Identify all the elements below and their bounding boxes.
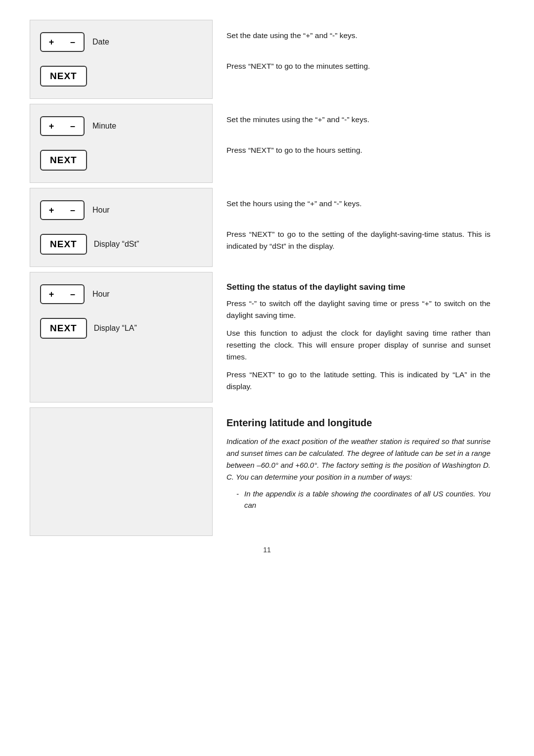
dst-left-panel: + – Hour NEXT Display “LA” [30, 272, 213, 402]
hour-label: Hour [92, 206, 110, 215]
dst-button-row: + – Hour [40, 284, 202, 304]
dst-para1: Press “-” to switch off the daylight sav… [226, 298, 490, 321]
date-plus-minus-pair: + – [40, 32, 85, 52]
page-container: + – Date NEXT Set the date using the “+”… [30, 20, 504, 554]
date-label: Date [92, 38, 109, 46]
minute-plus-button[interactable]: + [40, 116, 63, 136]
minute-label: Minute [92, 122, 116, 131]
hour-minus-button[interactable]: – [62, 200, 85, 220]
hour-right-panel: Set the hours using the “+” and “-” keys… [213, 188, 504, 267]
lat-lon-intro: Indication of the exact position of the … [226, 436, 490, 483]
minute-right-panel: Set the minutes using the “+” and “-” ke… [213, 104, 504, 183]
date-next-row: NEXT [40, 66, 202, 87]
minute-plus-minus-pair: + – [40, 116, 85, 136]
dst-para2: Use this function to adjust the clock fo… [226, 327, 490, 363]
hour-next-row: NEXT Display “dSt” [40, 234, 202, 255]
lat-lon-section: Entering latitude and longitude Indicati… [30, 407, 504, 536]
lat-lon-list: In the appendix is a table showing the c… [226, 488, 490, 511]
hour-plus-minus-pair: + – [40, 200, 85, 220]
hour-left-panel: + – Hour NEXT Display “dSt” [30, 188, 213, 267]
page-number: 11 [30, 546, 504, 554]
minute-next-button[interactable]: NEXT [40, 150, 87, 171]
minute-minus-button[interactable]: – [62, 116, 85, 136]
date-button-row: + – Date [40, 32, 202, 52]
date-section: + – Date NEXT Set the date using the “+”… [30, 20, 504, 99]
lat-lon-heading: Entering latitude and longitude [226, 417, 490, 429]
dst-plus-button[interactable]: + [40, 284, 63, 304]
date-next-instruction: Press “NEXT” to go to the minutes settin… [226, 60, 490, 72]
dst-para3: Press “NEXT” to go to the latitude setti… [226, 369, 490, 393]
la-display-label: Display “LA” [94, 324, 137, 333]
date-right-panel: Set the date using the “+” and “-” keys.… [213, 20, 504, 99]
hour-next-button[interactable]: NEXT [40, 234, 87, 255]
dst-section: + – Hour NEXT Display “LA” Setting the s… [30, 272, 504, 402]
dst-next-button[interactable]: NEXT [40, 318, 87, 339]
hour-instruction: Set the hours using the “+” and “-” keys… [226, 198, 490, 210]
hour-plus-button[interactable]: + [40, 200, 63, 220]
dst-right-panel: Setting the status of the daylight savin… [213, 272, 504, 402]
dst-display-label: Display “dSt” [94, 240, 139, 249]
minute-instruction: Set the minutes using the “+” and “-” ke… [226, 114, 490, 126]
hour-button-row: + – Hour [40, 200, 202, 220]
date-left-panel: + – Date NEXT [30, 20, 213, 99]
hour-dst-section: + – Hour NEXT Display “dSt” Set the hour… [30, 188, 504, 267]
minute-next-row: NEXT [40, 150, 202, 171]
date-plus-button[interactable]: + [40, 32, 63, 52]
minute-next-instruction: Press “NEXT” to go to the hours setting. [226, 144, 490, 156]
lat-lon-right-panel: Entering latitude and longitude Indicati… [213, 407, 504, 536]
dst-minus-button[interactable]: – [62, 284, 85, 304]
minute-button-row: + – Minute [40, 116, 202, 136]
date-minus-button[interactable]: – [62, 32, 85, 52]
date-next-button[interactable]: NEXT [40, 66, 87, 87]
minute-left-panel: + – Minute NEXT [30, 104, 213, 183]
lat-lon-list-item: In the appendix is a table showing the c… [236, 488, 490, 511]
dst-heading: Setting the status of the daylight savin… [226, 282, 490, 293]
lat-lon-left-panel [30, 407, 213, 536]
minute-section: + – Minute NEXT Set the minutes using th… [30, 104, 504, 183]
date-instruction: Set the date using the “+” and “-” keys. [226, 30, 490, 42]
dst-hour-label: Hour [92, 290, 110, 299]
dst-next-row: NEXT Display “LA” [40, 318, 202, 339]
dst-plus-minus-pair: + – [40, 284, 85, 304]
dst-next-instruction: Press “NEXT” to go to the setting of the… [226, 228, 490, 252]
